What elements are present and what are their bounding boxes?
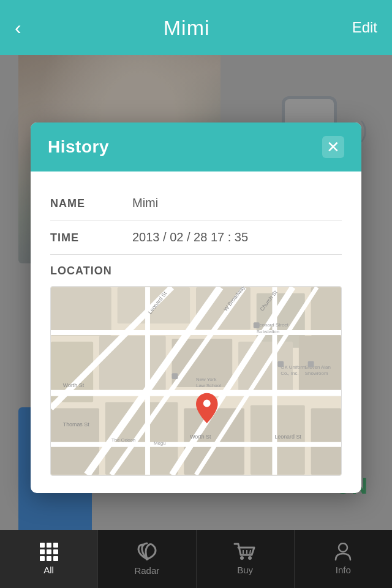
time-field-row: TIME 2013 / 02 / 28 17 : 35: [50, 221, 342, 255]
svg-text:Co., Inc.: Co., Inc.: [281, 371, 298, 376]
svg-text:The Odeon: The Odeon: [111, 437, 135, 443]
svg-text:Law School: Law School: [196, 383, 221, 388]
tab-info-label: Info: [336, 565, 351, 575]
svg-rect-43: [254, 322, 260, 328]
page-title: Mimi: [164, 16, 210, 40]
svg-text:Worth St: Worth St: [63, 382, 85, 388]
tab-buy[interactable]: Buy: [197, 530, 295, 588]
map-container[interactable]: Leonard St W Broadway Church St Worth St…: [50, 286, 342, 476]
name-field-row: NAME Mimi: [50, 186, 342, 221]
time-label: TIME: [50, 232, 118, 244]
location-label: LOCATION: [50, 255, 342, 286]
map-svg: Leonard St W Broadway Church St Worth St…: [51, 287, 341, 475]
svg-text:OK Uniform: OK Uniform: [281, 364, 306, 370]
svg-rect-46: [172, 373, 178, 379]
tab-all-label: All: [43, 565, 54, 575]
grid-icon: [40, 543, 58, 561]
modal-title: History: [48, 137, 109, 157]
radar-icon: [136, 542, 158, 562]
svg-rect-5: [311, 287, 341, 336]
modal-body: NAME Mimi TIME 2013 / 02 / 28 17 : 35 LO…: [31, 172, 361, 493]
svg-line-54: [250, 550, 251, 554]
background-content: ◁) m ON History ✕ NAME Mimi TIME: [0, 55, 392, 530]
tab-all[interactable]: All: [0, 530, 98, 588]
svg-point-51: [248, 556, 252, 560]
person-icon: [334, 543, 352, 561]
tab-bar: All Radar Buy: [0, 530, 392, 588]
svg-text:New York: New York: [196, 377, 216, 382]
svg-point-48: [203, 400, 211, 407]
edit-button[interactable]: Edit: [352, 19, 377, 36]
svg-rect-44: [308, 361, 314, 367]
svg-text:Leonard Street: Leonard Street: [257, 322, 289, 328]
svg-text:Leonard St: Leonard St: [274, 434, 301, 440]
history-modal: History ✕ NAME Mimi TIME 2013 / 02 / 28 …: [31, 123, 361, 493]
name-value: Mimi: [132, 196, 158, 210]
svg-text:Megu: Megu: [154, 440, 166, 446]
tab-info[interactable]: Info: [295, 530, 392, 588]
tab-buy-label: Buy: [237, 565, 253, 575]
back-button[interactable]: ‹: [15, 17, 21, 39]
svg-rect-15: [311, 408, 341, 475]
svg-rect-1: [51, 287, 111, 336]
svg-text:Showroom: Showroom: [305, 371, 328, 376]
tab-radar[interactable]: Radar: [98, 530, 196, 588]
svg-text:Substation: Substation: [257, 329, 279, 334]
svg-point-55: [339, 543, 347, 552]
name-label: NAME: [50, 197, 118, 210]
cart-icon: [233, 543, 257, 561]
svg-point-49: [145, 557, 148, 560]
modal-close-button[interactable]: ✕: [322, 136, 344, 158]
svg-text:Thomas St: Thomas St: [63, 421, 89, 428]
modal-overlay: History ✕ NAME Mimi TIME 2013 / 02 / 28 …: [0, 55, 392, 530]
svg-point-50: [240, 556, 244, 560]
time-value: 2013 / 02 / 28 17 : 35: [132, 230, 248, 244]
svg-text:Worth St: Worth St: [190, 434, 211, 440]
tab-radar-label: Radar: [134, 565, 159, 576]
svg-rect-45: [277, 361, 284, 367]
app-header: ‹ Mimi Edit: [0, 0, 392, 55]
modal-header: History ✕: [31, 123, 361, 172]
svg-rect-14: [251, 405, 305, 475]
